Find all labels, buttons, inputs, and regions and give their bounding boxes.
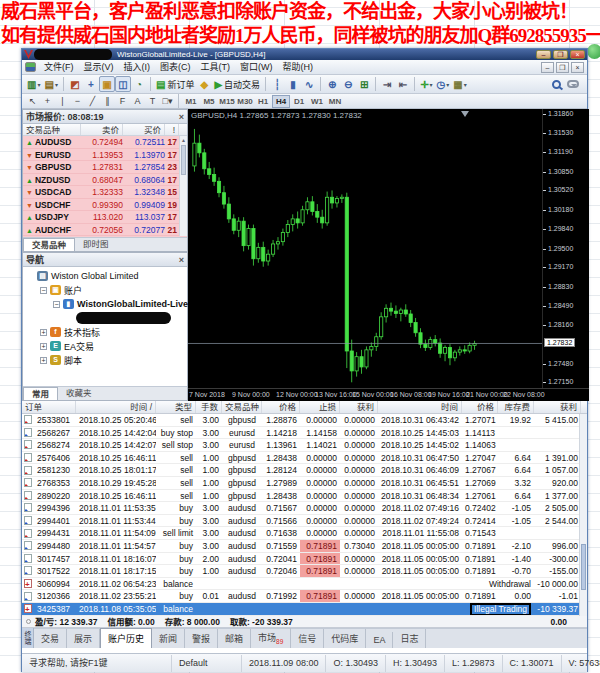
orders-col-3[interactable]: 手数 [196, 401, 222, 413]
navigator-close-icon[interactable]: × [179, 255, 184, 265]
search-icon[interactable] [552, 80, 561, 89]
mw-row-usdchf[interactable]: ▼USDCHF0.993900.9940919 [23, 199, 187, 212]
nav-item-redacted[interactable] [23, 311, 187, 325]
nav-item-账户[interactable]: −▣账户 [23, 283, 187, 297]
terminal-vertical-tab[interactable]: 终端 [22, 628, 34, 648]
mw-row-usdcad[interactable]: ▼USDCAD1.323331.3234815 [23, 186, 187, 199]
profiles-button[interactable]: ▤▾ [42, 76, 59, 92]
menu-item-0[interactable]: 文件(F) [39, 60, 79, 75]
menu-item-4[interactable]: 工具(T) [196, 60, 236, 75]
timeframe-h4[interactable]: H4 [272, 95, 290, 108]
mw-row-audchf[interactable]: ▲AUDCHF0.720560.7207721 [23, 224, 187, 237]
chat-icon[interactable] [567, 80, 579, 88]
mw-row-gbpusd[interactable]: ▼GBPUSD1.278311.2785423 [23, 161, 187, 174]
orders-col-2[interactable]: 类型 [156, 401, 196, 413]
market-watch-close-icon[interactable]: × [179, 112, 184, 122]
terminal-tab-展示[interactable]: 展示 [67, 629, 100, 648]
strategy-tester-button[interactable]: ◔ [131, 76, 147, 92]
terminal-button[interactable]: ◫ [115, 76, 131, 92]
orders-col-6[interactable]: 止损 [300, 401, 340, 413]
menu-item-5[interactable]: 窗口(W) [235, 60, 278, 75]
timeframe-mn[interactable]: MN [326, 95, 344, 108]
time-axis[interactable]: 7 Nov 20189 Nov 00:0012 Nov 00:0013 Nov … [188, 388, 589, 401]
new-order-button[interactable]: ▤新订单 [154, 76, 196, 92]
terminal-tab-交易[interactable]: 交易 [34, 629, 67, 648]
market-watch-button[interactable]: ◩ [67, 76, 83, 92]
candlestick-plot[interactable]: GBPUSD,H4 1.27865 1.27873 1.27830 1.2783… [188, 109, 542, 388]
orders-col-11[interactable]: 获利 [534, 401, 581, 413]
nav-item-技术指标[interactable]: +f技术指标 [23, 325, 187, 339]
zoom-in-button[interactable]: ⊕ [324, 76, 340, 92]
indicators-button[interactable]: ✛▾ [418, 76, 434, 92]
terminal-tab-警报[interactable]: 警报 [185, 629, 218, 648]
orders-col-4[interactable]: 交易品种 [222, 401, 262, 413]
order-row-2576406[interactable]: 25764062018.10.25 16:46:11sell1.00gbpusd… [22, 452, 587, 465]
orders-col-0[interactable]: 订单 [22, 401, 76, 413]
order-row-3120366[interactable]: 31203662018.11.02 23:55:21buy0.01audusd0… [22, 590, 587, 603]
nav-item-Wiston Global Limited[interactable]: ▤Wiston Global Limited [23, 269, 187, 283]
orders-col-9[interactable]: 价格 [462, 401, 498, 413]
nav-item-WistonGlobalLimited-Live[interactable]: −▮WistonGlobalLimited-Live [23, 297, 187, 311]
timeframe-d1[interactable]: D1 [290, 95, 308, 108]
order-row-2994480[interactable]: 29944802018.11.01 11:54:57buy3.00audusd0… [22, 540, 587, 553]
cursor-tool[interactable]: ↖ [25, 95, 40, 108]
order-row-2568274[interactable]: 25682742018.10.25 14:42:07sell stop3.00e… [22, 439, 587, 452]
terminal-tab-邮箱[interactable]: 邮箱 [218, 629, 251, 648]
menu-item-3[interactable]: 图表(C) [155, 60, 196, 75]
nav-item-EA交易[interactable]: +EEA交易 [23, 339, 187, 353]
fibonacci-tool[interactable]: F [115, 95, 130, 108]
auto-scroll-button[interactable]: ⇥ [379, 76, 395, 92]
timeframe-m30[interactable]: M30 [236, 95, 254, 108]
order-row-3060994[interactable]: 30609942018.11.02 06:54:23balanceWithdra… [22, 578, 587, 591]
chart-bars-button[interactable]: ┆ [269, 76, 285, 92]
terminal-tab-EA[interactable]: EA [366, 632, 393, 648]
mdi-close-button[interactable]: × [571, 62, 584, 73]
mw-col-0[interactable]: 交易品种 [23, 124, 81, 135]
mw-row-nzdusd[interactable]: ▲NZDUSD0.680470.6806417 [23, 174, 187, 187]
new-chart-button[interactable]: ▥▾ [25, 76, 42, 92]
order-row-2768353[interactable]: 27683532018.10.29 19:45:28sell1.00gbpusd… [22, 477, 587, 490]
price-scale[interactable]: 1.318601.315301.311901.308501.305201.301… [542, 109, 589, 388]
text-tool[interactable]: A [130, 95, 145, 108]
metaeditor-button[interactable]: ◆ [196, 76, 212, 92]
periods-button[interactable]: ◷▾ [435, 76, 452, 92]
timeframe-w1[interactable]: W1 [308, 95, 326, 108]
menu-item-2[interactable]: 插入(I) [119, 60, 156, 75]
timeframe-m1[interactable]: M1 [182, 95, 200, 108]
autotrading-button[interactable]: ▶自动交易 [212, 76, 262, 92]
horizontal-line-tool[interactable]: − [70, 95, 85, 108]
timeframe-h1[interactable]: H1 [254, 95, 272, 108]
close-button[interactable]: × [570, 50, 585, 59]
terminal-tab-市场[interactable]: 市场89 [251, 628, 291, 648]
terminal-tab-代码库[interactable]: 代码库 [324, 629, 366, 648]
order-row-2533801[interactable]: 25338012018.10.25 05:20:46sell3.00gbpusd… [22, 414, 587, 427]
order-row-3425387[interactable]: 34253872018.11.08 05:35:05balanceIllegal… [22, 603, 587, 616]
tile-windows-button[interactable]: ⊞ [356, 76, 372, 92]
orders-col-1[interactable]: 时间 / [76, 401, 156, 413]
order-row-2994401[interactable]: 29944012018.11.01 11:53:44buy3.00audusd0… [22, 515, 587, 528]
terminal-tab-日志[interactable]: 日志 [393, 629, 426, 648]
minimize-button[interactable]: – [536, 50, 551, 59]
orders-col-7[interactable]: 获利 [340, 401, 378, 413]
mw-col-2[interactable]: 买价 [123, 124, 165, 135]
navigator-button[interactable]: ▣ [99, 76, 115, 92]
market-watch-scrollbar[interactable]: ▲ [179, 136, 187, 236]
mw-row-audusd[interactable]: ▲AUDUSD0.724940.7251117 [23, 136, 187, 149]
chart-shift-button[interactable]: ⇤ [395, 76, 411, 92]
order-row-2568267[interactable]: 25682672018.10.25 14:42:04buy stop3.00eu… [22, 427, 587, 440]
order-row-3017457[interactable]: 30174572018.11.01 18:16:07buy2.00audusd0… [22, 553, 587, 566]
status-profile[interactable]: Default [172, 655, 242, 672]
label-tool[interactable]: T [145, 95, 160, 108]
nav-item-脚本[interactable]: +S脚本 [23, 353, 187, 367]
market-watch-tab-交易品种[interactable]: 交易品种 [23, 238, 75, 251]
channel-tool[interactable]: ∥ [100, 95, 115, 108]
maximize-button[interactable]: ❐ [553, 50, 568, 59]
terminal-tab-新闻[interactable]: 新闻 [152, 629, 185, 648]
terminal-tab-账户历史[interactable]: 账户历史 [100, 628, 152, 648]
mdi-minimize-button[interactable]: – [541, 62, 554, 73]
scroll-thumb[interactable] [181, 145, 186, 175]
mdi-restore-button[interactable]: ❐ [556, 62, 569, 73]
data-window-button[interactable]: + [83, 76, 99, 92]
crosshair-tool[interactable]: + [40, 95, 55, 108]
chart-candles-button[interactable]: ▮ [285, 76, 301, 92]
